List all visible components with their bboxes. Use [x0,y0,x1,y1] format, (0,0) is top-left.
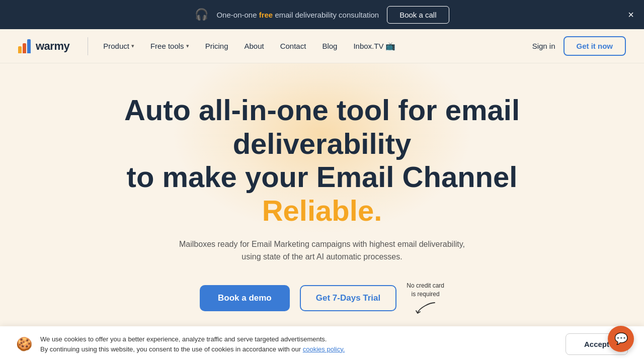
banner-close-button[interactable]: × [628,10,634,20]
no-credit-card-note: No credit cardis required [407,282,444,315]
hero-section: Auto all-in-one tool for email deliverab… [0,63,644,335]
get-it-now-button[interactable]: Get it now [564,36,626,56]
cookie-icon: 🍪 [16,336,32,352]
chat-bubble-icon: 💬 [614,332,628,345]
sign-in-button[interactable]: Sign in [532,42,555,50]
chat-bubble-button[interactable]: 💬 [608,326,634,352]
product-chevron-icon: ▾ [131,43,134,49]
logo-icon [18,39,31,53]
nav-right: Sign in Get it now [532,36,626,56]
book-demo-button[interactable]: Book a demo [200,285,290,311]
nav-pricing-label: Pricing [205,42,228,50]
cookie-banner: 🍪 We use cookies to offer you a better e… [0,326,644,362]
hero-title: Auto all-in-one tool for email deliverab… [70,94,574,228]
nav-contact-label: Contact [280,42,306,50]
nav-inbox-tv-label: Inbox.TV [353,42,383,50]
nav-divider [88,37,88,55]
trial-button[interactable]: Get 7-Days Trial [300,285,397,311]
nav-links: Product ▾ Free tools ▾ Pricing About Con… [96,37,532,55]
nav-item-contact[interactable]: Contact [273,38,313,54]
nav-product-label: Product [103,42,129,50]
nav-item-pricing[interactable]: Pricing [198,38,235,54]
hero-subtitle: Mailboxes ready for Email Marketing camp… [176,238,468,263]
book-call-button[interactable]: Book a call [387,6,449,24]
cookies-policy-link[interactable]: cookies policy. [303,345,345,353]
nav-free-tools-label: Free tools [150,42,184,50]
nav-item-about[interactable]: About [237,38,271,54]
no-credit-text: No credit cardis required [407,282,444,299]
hero-title-highlight: Reliable. [262,194,382,227]
tv-icon: 📺 [385,41,395,51]
logo[interactable]: warmy [18,39,69,53]
nav-about-label: About [244,42,264,50]
hero-title-part1: Auto all-in-one tool for email deliverab… [124,94,520,160]
nav-item-product[interactable]: Product ▾ [96,38,141,54]
top-banner: 🎧 One-on-one free email deliverability c… [0,0,644,29]
hero-buttons: Book a demo Get 7-Days Trial No credit c… [200,282,444,315]
logo-bar-orange [18,46,22,53]
cookie-text: We use cookies to offer you a better exp… [40,334,557,354]
banner-free-word: free [259,11,273,19]
nav-blog-label: Blog [322,42,337,50]
navbar: warmy Product ▾ Free tools ▾ Pricing Abo… [0,29,644,63]
logo-bar-red [23,43,26,53]
arrow-icon [415,301,437,315]
banner-text: One-on-one free email deliverability con… [216,11,379,19]
free-tools-chevron-icon: ▾ [186,43,189,49]
logo-text: warmy [36,40,69,53]
headphone-icon: 🎧 [195,8,208,21]
nav-item-inbox-tv[interactable]: Inbox.TV 📺 [346,37,403,55]
hero-title-part2: to make your Email Channel [127,160,518,193]
nav-item-free-tools[interactable]: Free tools ▾ [143,38,196,54]
nav-item-blog[interactable]: Blog [315,38,344,54]
logo-bar-blue [27,39,31,53]
